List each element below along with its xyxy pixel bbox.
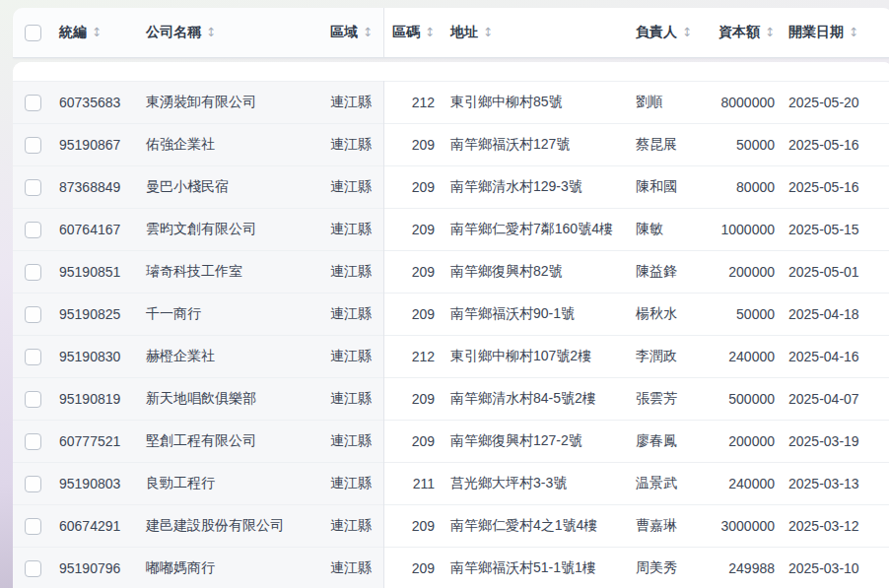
row-checkbox-cell: [13, 432, 52, 450]
cell-company-name: 璿奇科技工作室: [138, 263, 323, 281]
row-checkbox-cell: [13, 559, 52, 577]
cell-capital: 200000: [707, 433, 775, 449]
cell-owner: 周美秀: [632, 559, 707, 577]
cell-region: 連江縣: [323, 475, 383, 492]
column-header-date[interactable]: 開業日期 ↕: [775, 24, 889, 41]
sort-icon: ↕: [849, 27, 858, 39]
cell-zip: 212: [383, 349, 443, 364]
table-row[interactable]: 95190851 璿奇科技工作室 連江縣 209 南竿鄉復興村82號 陳益鋒 2…: [13, 250, 889, 293]
cell-uid: 95190851: [52, 264, 138, 280]
cell-capital: 3000000: [707, 518, 775, 534]
row-checkbox-cell: [13, 263, 52, 281]
column-header-capital[interactable]: 資本額 ↕: [707, 24, 775, 41]
cell-date: 2025-05-20: [775, 95, 889, 110]
cell-address: 南竿鄉清水村129-3號: [443, 178, 632, 196]
cell-address: 南竿鄉仁愛村4之1號4樓: [443, 517, 632, 535]
cell-uid: 95190830: [52, 349, 138, 364]
sort-icon: ↕: [483, 27, 493, 39]
cell-owner: 陳益鋒: [632, 263, 707, 281]
sort-icon: ↕: [206, 27, 216, 39]
row-checkbox-cell: [13, 390, 52, 408]
cell-date: 2025-05-15: [775, 222, 889, 237]
cell-zip: 209: [383, 222, 443, 237]
column-header-owner[interactable]: 負責人 ↕: [632, 24, 707, 41]
cell-date: 2025-04-18: [775, 306, 889, 322]
table-row[interactable]: 95190796 嘟嘟媽商行 連江縣 209 南竿鄉福沃村51-1號1樓 周美秀…: [13, 547, 889, 588]
cell-uid: 95190803: [52, 476, 138, 491]
cell-uid: 95190825: [52, 306, 138, 322]
cell-address: 南竿鄉復興村127-2號: [443, 432, 632, 450]
sort-icon: ↕: [92, 27, 102, 39]
cell-uid: 95190867: [52, 137, 138, 153]
cell-zip: 209: [383, 137, 443, 153]
cell-region: 連江縣: [323, 432, 383, 450]
row-checkbox-cell: [13, 348, 52, 365]
column-header-uid[interactable]: 統編 ↕: [52, 24, 138, 41]
cell-date: 2025-05-16: [775, 179, 889, 195]
column-header-label: 開業日期: [788, 24, 844, 41]
table-row[interactable]: 60674291 建邑建設股份有限公司 連江縣 209 南竿鄉仁愛村4之1號4樓…: [13, 504, 889, 547]
cell-region: 連江縣: [323, 221, 383, 238]
cell-address: 南竿鄉福沃村51-1號1樓: [443, 559, 632, 577]
row-checkbox[interactable]: [25, 349, 41, 365]
cell-date: 2025-03-19: [775, 433, 889, 449]
sort-icon: ↕: [765, 27, 775, 39]
cell-zip: 209: [383, 391, 443, 407]
row-checkbox-cell: [13, 221, 52, 238]
row-checkbox[interactable]: [25, 306, 41, 323]
table-row[interactable]: 95190819 新天地唱飲俱樂部 連江縣 209 南竿鄉清水村84-5號2樓 …: [13, 377, 889, 420]
row-checkbox[interactable]: [25, 137, 41, 154]
row-checkbox[interactable]: [25, 95, 41, 111]
cell-region: 連江縣: [323, 136, 383, 154]
row-checkbox[interactable]: [25, 476, 41, 492]
cell-capital: 240000: [707, 476, 775, 491]
select-all-checkbox[interactable]: [25, 25, 41, 41]
cell-capital: 1000000: [707, 222, 775, 237]
cell-region: 連江縣: [323, 517, 383, 535]
row-checkbox[interactable]: [25, 433, 41, 450]
table-row[interactable]: 60735683 東湧裝卸有限公司 連江縣 212 東引鄉中柳村85號 劉順 8…: [13, 81, 889, 123]
row-checkbox[interactable]: [25, 179, 41, 196]
row-checkbox[interactable]: [25, 518, 41, 535]
row-checkbox-cell: [13, 94, 52, 111]
cell-owner: 廖春鳳: [632, 432, 707, 450]
cell-zip: 209: [383, 264, 443, 280]
cell-zip: 212: [383, 95, 443, 110]
cell-capital: 249988: [707, 560, 775, 576]
column-header-address[interactable]: 地址 ↕: [443, 24, 632, 41]
cell-region: 連江縣: [323, 94, 383, 111]
table-row[interactable]: 95190803 良勁工程行 連江縣 211 莒光鄉大坪村3-3號 温景武 24…: [13, 462, 889, 504]
cell-capital: 50000: [707, 306, 775, 322]
column-header-zip[interactable]: 區碼 ↕: [383, 24, 443, 41]
table-row[interactable]: 87368849 曼巴小棧民宿 連江縣 209 南竿鄉清水村129-3號 陳和國…: [13, 165, 889, 208]
cell-owner: 陳敏: [632, 221, 707, 238]
row-checkbox-cell: [13, 475, 52, 492]
cell-company-name: 佑強企業社: [138, 136, 323, 154]
select-all-cell: [13, 24, 52, 41]
sort-icon: ↕: [682, 27, 692, 39]
cell-date: 2025-03-12: [775, 518, 889, 534]
table-row[interactable]: 95190825 千一商行 連江縣 209 南竿鄉福沃村90-1號 楊秋水 50…: [13, 293, 889, 335]
sort-icon: ↕: [363, 27, 373, 39]
column-header-region[interactable]: 區域 ↕: [323, 24, 383, 41]
table-row[interactable]: 95190830 赫橙企業社 連江縣 212 東引鄉中柳村107號2樓 李潤政 …: [13, 335, 889, 377]
cell-owner: 蔡昆展: [632, 136, 707, 154]
table-row[interactable]: 60764167 雲昀文創有限公司 連江縣 209 南竿鄉仁愛村7鄰160號4樓…: [13, 208, 889, 250]
row-checkbox[interactable]: [25, 560, 41, 577]
row-checkbox[interactable]: [25, 391, 41, 408]
cell-uid: 60674291: [52, 518, 138, 534]
table-row[interactable]: 95190867 佑強企業社 連江縣 209 南竿鄉福沃村127號 蔡昆展 50…: [13, 123, 889, 165]
column-header-name[interactable]: 公司名稱 ↕: [138, 24, 323, 41]
cell-region: 連江縣: [323, 559, 383, 577]
cell-address: 南竿鄉清水村84-5號2樓: [443, 390, 632, 408]
cell-capital: 8000000: [707, 95, 775, 110]
cell-company-name: 赫橙企業社: [138, 348, 323, 365]
column-header-label: 統編: [59, 24, 87, 41]
cell-uid: 60777521: [52, 433, 138, 449]
row-checkbox[interactable]: [25, 222, 41, 238]
cell-date: 2025-05-16: [775, 137, 889, 153]
table-top-spacer: [13, 62, 889, 81]
table-row[interactable]: 60777521 堅創工程有限公司 連江縣 209 南竿鄉復興村127-2號 廖…: [13, 420, 889, 462]
row-checkbox[interactable]: [25, 264, 41, 281]
cell-owner: 曹嘉琳: [632, 517, 707, 535]
